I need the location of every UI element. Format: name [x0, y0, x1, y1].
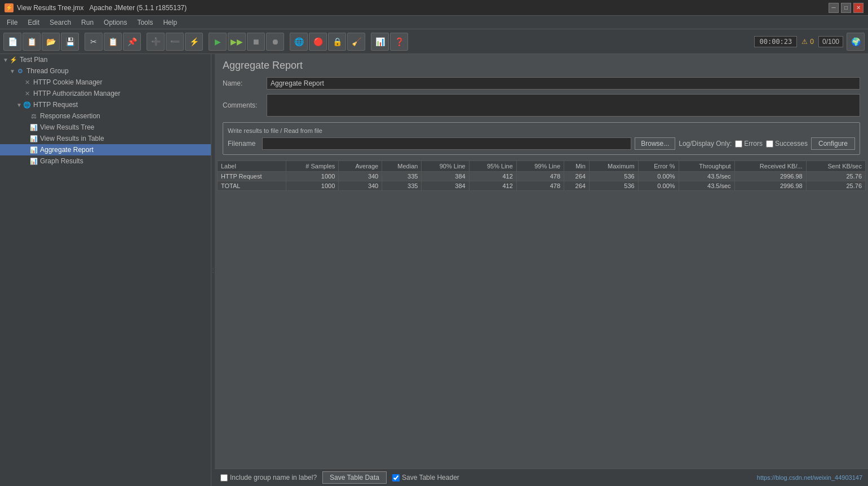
name-label: Name:	[223, 79, 262, 87]
sidebar-label-http-auth: HTTP Authorization Manager	[33, 90, 121, 97]
col-median: Median	[382, 161, 422, 172]
menu-file[interactable]: File	[2, 17, 22, 28]
name-input[interactable]	[267, 77, 860, 90]
sidebar-label-http-cookie: HTTP Cookie Manager	[33, 78, 103, 86]
sidebar-item-view-results-table[interactable]: ▶ 📊 View Results in Table	[0, 133, 211, 144]
no-expand-vrt: ▶	[23, 124, 29, 131]
table-header-row: Label # Samples Average Median 90% Line …	[218, 161, 866, 172]
new-button[interactable]: 📄	[3, 33, 21, 51]
sidebar: ▼ ⚡ Test Plan ▼ ⚙ Thread Group ▶ ✕ HTTP …	[0, 54, 211, 486]
include-group-checkbox[interactable]	[220, 474, 228, 481]
panel-title: Aggregate Report	[215, 54, 868, 75]
successes-checkbox[interactable]	[766, 140, 773, 148]
menu-options[interactable]: Options	[99, 17, 131, 28]
sidebar-item-view-results-tree[interactable]: ▶ 📊 View Results Tree	[0, 122, 211, 133]
expand-arrow-http-request[interactable]: ▼	[16, 102, 23, 108]
sidebar-item-aggregate-report[interactable]: ▶ 📊 Aggregate Report	[0, 144, 211, 155]
title-bar-controls[interactable]: ─ □ ✕	[829, 3, 863, 13]
file-row: Filename Browse... Log/Display Only: Err…	[228, 137, 855, 150]
remove-button[interactable]: ➖	[166, 33, 184, 51]
stop-button[interactable]: ⏹	[247, 33, 265, 51]
comments-textarea[interactable]	[267, 94, 860, 117]
paste-button[interactable]: 📌	[123, 33, 141, 51]
include-group-checkbox-label[interactable]: Include group name in label?	[220, 474, 317, 481]
help-button[interactable]: ❓	[390, 33, 408, 51]
save-table-header-label[interactable]: Save Table Header	[392, 474, 459, 481]
title-bar-left: ⚡ View Results Tree.jmx Apache JMeter (5…	[5, 3, 187, 12]
col-throughput: Throughput	[679, 161, 734, 172]
save-table-header-checkbox[interactable]	[392, 474, 400, 481]
col-99line: 99% Line	[516, 161, 564, 172]
title-bar-filename: View Results Tree.jmx	[17, 4, 83, 12]
menu-search[interactable]: Search	[45, 17, 76, 28]
menu-run[interactable]: Run	[77, 17, 98, 28]
toolbar-sep2	[142, 34, 145, 50]
menu-bar: File Edit Search Run Options Tools Help	[0, 16, 868, 29]
title-bar: ⚡ View Results Tree.jmx Apache JMeter (5…	[0, 0, 868, 16]
globe-button[interactable]: 🌍	[847, 33, 865, 51]
remote-start-button[interactable]: 🌐	[290, 33, 308, 51]
sidebar-item-response-assertion[interactable]: ▶ ⚖ Response Assertion	[0, 110, 211, 122]
minimize-button[interactable]: ─	[829, 3, 839, 13]
list-button[interactable]: 📊	[371, 33, 389, 51]
title-bar-appname: Apache JMeter (5.1.1 r1855137)	[89, 4, 187, 12]
cell-sentkb-0: 25.76	[806, 172, 865, 181]
cell-average-1: 340	[339, 181, 382, 191]
sidebar-label-http-request: HTTP Request	[33, 101, 78, 109]
toolbar-sep1	[80, 34, 83, 50]
aggregate-table: Label # Samples Average Median 90% Line …	[217, 160, 866, 191]
cell-label-1: TOTAL	[218, 181, 286, 191]
expand-arrow-test-plan[interactable]: ▼	[2, 57, 9, 63]
sidebar-item-graph-results[interactable]: ▶ 📊 Graph Results	[0, 155, 211, 167]
cut-button[interactable]: ✂	[85, 33, 103, 51]
browse-button[interactable]: Browse...	[635, 137, 675, 150]
remote-exit-button[interactable]: 🔒	[328, 33, 346, 51]
cell-median-1: 335	[382, 181, 422, 191]
menu-tools[interactable]: Tools	[132, 17, 157, 28]
remote-stop-button[interactable]: 🔴	[309, 33, 327, 51]
close-button[interactable]: ✕	[853, 3, 863, 13]
clear-button[interactable]: 🧹	[347, 33, 365, 51]
menu-help[interactable]: Help	[158, 17, 181, 28]
errors-label: Errors	[744, 140, 763, 148]
errors-checkbox-label[interactable]: Errors	[735, 140, 763, 148]
filename-label: Filename	[228, 140, 259, 148]
shutdown-button[interactable]: ⏺	[266, 33, 284, 51]
table-row: TOTAL 1000 340 335 384 412 478 264 536 0…	[218, 181, 866, 191]
comments-row: Comments:	[215, 92, 868, 119]
templates-button[interactable]: 📋	[23, 33, 41, 51]
no-expand-aggregate: ▶	[23, 147, 29, 153]
open-button[interactable]: 📂	[42, 33, 60, 51]
expand-arrow-thread-group[interactable]: ▼	[9, 68, 16, 74]
successes-checkbox-label[interactable]: Successes	[766, 140, 808, 148]
filename-input[interactable]	[262, 137, 631, 150]
warning-icon: ⚠	[801, 38, 808, 46]
copy-button[interactable]: 📋	[104, 33, 122, 51]
cell-label-0: HTTP Request	[218, 172, 286, 181]
add-button[interactable]: ➕	[147, 33, 165, 51]
no-expand-graph: ▶	[23, 158, 29, 164]
content-panel: Aggregate Report Name: Comments: Write r…	[215, 54, 868, 486]
start-button[interactable]: ▶	[209, 33, 227, 51]
assertion-icon: ⚖	[29, 112, 38, 121]
col-label: Label	[218, 161, 286, 172]
toggle-button[interactable]: ⚡	[185, 33, 203, 51]
save-table-data-button[interactable]: Save Table Data	[322, 471, 387, 484]
configure-button[interactable]: Configure	[811, 137, 855, 150]
sidebar-item-http-cookie[interactable]: ▶ ✕ HTTP Cookie Manager	[0, 77, 211, 88]
menu-edit[interactable]: Edit	[23, 17, 44, 28]
errors-checkbox[interactable]	[735, 140, 742, 148]
name-row: Name:	[215, 75, 868, 92]
sidebar-item-http-auth[interactable]: ▶ ✕ HTTP Authorization Manager	[0, 88, 211, 99]
comments-label: Comments:	[223, 101, 262, 109]
log-display-label: Log/Display Only:	[679, 140, 732, 148]
col-maximum: Maximum	[589, 161, 638, 172]
bottom-url: https://blog.csdn.net/weixin_44903147	[757, 474, 862, 481]
sidebar-item-thread-group[interactable]: ▼ ⚙ Thread Group	[0, 65, 211, 77]
save-button[interactable]: 💾	[61, 33, 79, 51]
write-results-legend: Write results to file / Read from file	[228, 127, 855, 134]
maximize-button[interactable]: □	[841, 3, 851, 13]
sidebar-item-http-request[interactable]: ▼ 🌐 HTTP Request	[0, 99, 211, 110]
start-no-pauses-button[interactable]: ▶▶	[228, 33, 246, 51]
sidebar-item-test-plan[interactable]: ▼ ⚡ Test Plan	[0, 54, 211, 65]
